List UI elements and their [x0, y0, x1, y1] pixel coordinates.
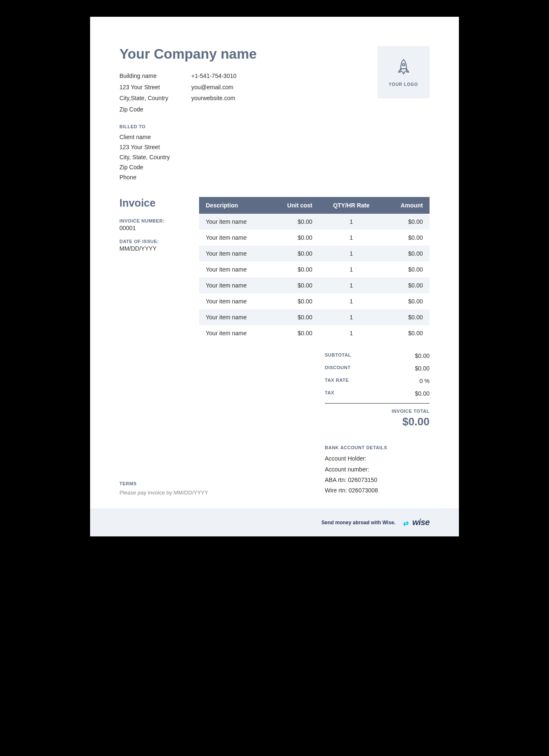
table-row: Your item name$0.001$0.00: [199, 261, 430, 277]
rocket-icon: [394, 58, 413, 78]
subtotal-row: SUBTOTAL $0.00: [325, 350, 430, 362]
header: Your Company name Building name 123 Your…: [119, 46, 430, 115]
table-row: Your item name$0.001$0.00: [199, 214, 430, 230]
billto-line: Client name: [119, 132, 430, 142]
billto-line: 123 Your Street: [119, 142, 430, 153]
cell-qty: 1: [319, 325, 383, 341]
invoice-date: MM/DD/YYYY: [119, 245, 186, 252]
contact-website: yourwebsite.com: [191, 93, 236, 104]
cell-description: Your item name: [199, 293, 269, 309]
cell-qty: 1: [319, 309, 383, 325]
totals-divider: [325, 403, 430, 404]
bank-line: Wire rtn: 026073008: [325, 485, 430, 496]
terms-block: TERMS Please pay invoice by MM/DD/YYYY: [119, 481, 208, 496]
taxrate-value: 0 %: [420, 378, 430, 384]
table-row: Your item name$0.001$0.00: [199, 246, 430, 261]
logo-caption: YOUR LOGO: [388, 82, 418, 87]
invoice-heading: Invoice: [119, 197, 186, 209]
cell-amount: $0.00: [383, 309, 430, 325]
company-columns: Building name 123 Your Street City,State…: [119, 70, 257, 115]
discount-label: DISCOUNT: [325, 365, 350, 372]
wise-logo: wise: [403, 518, 430, 527]
bank-label: BANK ACCOUNT DETAILS: [325, 445, 430, 450]
main: Invoice INVOICE NUMBER: 00001 DATE OF IS…: [119, 197, 430, 428]
tax-row: TAX $0.00: [325, 387, 430, 400]
col-amount: Amount: [383, 197, 430, 214]
contact-email: you@email.com: [191, 82, 236, 93]
bank-lines: Account Holder: Account number: ABA rtn:…: [325, 453, 430, 496]
company-block: Your Company name Building name 123 Your…: [119, 46, 257, 115]
cell-qty: 1: [319, 277, 383, 293]
cell-qty: 1: [319, 293, 383, 309]
col-description: Description: [199, 197, 269, 214]
invoice-total-label: INVOICE TOTAL: [325, 409, 430, 414]
bank-details-block: BANK ACCOUNT DETAILS Account Holder: Acc…: [325, 445, 430, 496]
invoice-number-label: INVOICE NUMBER:: [119, 218, 186, 223]
company-contact: +1-541-754-3010 you@email.com yourwebsit…: [191, 70, 236, 115]
terms-label: TERMS: [119, 481, 208, 486]
cell-amount: $0.00: [383, 293, 430, 309]
tax-value: $0.00: [415, 390, 430, 397]
invoice-meta: Invoice INVOICE NUMBER: 00001 DATE OF IS…: [119, 197, 186, 428]
table-row: Your item name$0.001$0.00: [199, 277, 430, 293]
table-row: Your item name$0.001$0.00: [199, 230, 430, 246]
billto-line: City, State, Country: [119, 153, 430, 163]
contact-phone: +1-541-754-3010: [191, 70, 236, 82]
cell-unit-cost: $0.00: [269, 293, 319, 309]
taxrate-row: TAX RATE 0 %: [325, 375, 430, 387]
table-header-row: Description Unit cost QTY/HR Rate Amount: [199, 197, 430, 214]
footer-text: Send money abroad with Wise.: [321, 520, 396, 526]
cell-unit-cost: $0.00: [269, 277, 319, 293]
cell-amount: $0.00: [383, 230, 430, 246]
cell-qty: 1: [319, 230, 383, 246]
totals-block: SUBTOTAL $0.00 DISCOUNT $0.00 TAX RATE 0…: [325, 350, 430, 428]
cell-unit-cost: $0.00: [269, 325, 319, 341]
table-row: Your item name$0.001$0.00: [199, 309, 430, 325]
footer: Send money abroad with Wise. wise: [90, 508, 459, 536]
cell-amount: $0.00: [383, 277, 430, 293]
bank-line: Account number:: [325, 464, 430, 475]
bottom-row: TERMS Please pay invoice by MM/DD/YYYY B…: [119, 445, 430, 508]
col-qty: QTY/HR Rate: [319, 197, 383, 214]
cell-description: Your item name: [199, 230, 269, 246]
terms-text: Please pay invoice by MM/DD/YYYY: [119, 489, 208, 496]
billto-line: Phone: [119, 173, 430, 183]
cell-amount: $0.00: [383, 214, 430, 230]
cell-description: Your item name: [199, 325, 269, 341]
line-items-area: Description Unit cost QTY/HR Rate Amount…: [199, 197, 430, 428]
billed-to-lines: Client name 123 Your Street City, State,…: [119, 132, 430, 182]
cell-unit-cost: $0.00: [269, 309, 319, 325]
company-address: Building name 123 Your Street City,State…: [119, 70, 168, 115]
invoice-number: 00001: [119, 225, 186, 231]
address-line: Zip Code: [119, 104, 168, 115]
cell-description: Your item name: [199, 246, 269, 261]
cell-qty: 1: [319, 246, 383, 261]
cell-unit-cost: $0.00: [269, 214, 319, 230]
invoice-date-label: DATE OF ISSUE:: [119, 239, 186, 244]
bank-line: Account Holder:: [325, 453, 430, 464]
cell-description: Your item name: [199, 214, 269, 230]
svg-point-0: [402, 64, 405, 66]
wise-arrows-icon: [403, 519, 412, 526]
discount-row: DISCOUNT $0.00: [325, 362, 430, 375]
cell-description: Your item name: [199, 309, 269, 325]
address-line: Building name: [119, 70, 168, 82]
table-row: Your item name$0.001$0.00: [199, 325, 430, 341]
invoice-page: Your Company name Building name 123 Your…: [90, 17, 459, 536]
wise-wordmark: wise: [412, 518, 430, 527]
company-name: Your Company name: [119, 46, 257, 62]
table-row: Your item name$0.001$0.00: [199, 293, 430, 309]
tax-label: TAX: [325, 390, 334, 397]
cell-unit-cost: $0.00: [269, 246, 319, 261]
address-line: City,State, Country: [119, 93, 168, 104]
logo-placeholder: YOUR LOGO: [377, 46, 430, 98]
address-line: 123 Your Street: [119, 82, 168, 93]
cell-amount: $0.00: [383, 246, 430, 261]
cell-qty: 1: [319, 214, 383, 230]
cell-amount: $0.00: [383, 325, 430, 341]
billed-to-label: BILLED TO: [119, 124, 430, 129]
subtotal-value: $0.00: [415, 352, 430, 359]
billto-line: Zip Code: [119, 163, 430, 173]
cell-description: Your item name: [199, 261, 269, 277]
subtotal-label: SUBTOTAL: [325, 352, 351, 359]
